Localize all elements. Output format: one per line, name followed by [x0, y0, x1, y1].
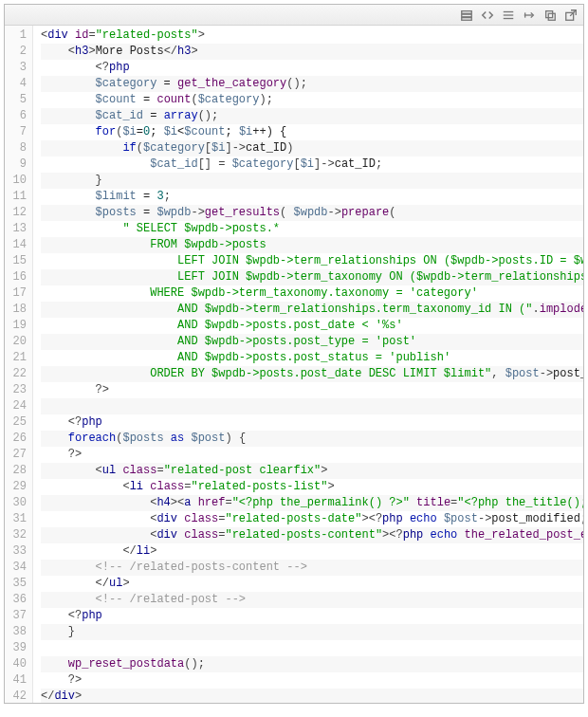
copy-icon[interactable]	[541, 7, 560, 24]
line-number: 18	[5, 302, 27, 318]
code-line[interactable]: <!-- /related-post -->	[41, 592, 583, 608]
code-line[interactable]: if($category[$i]->cat_ID)	[41, 140, 583, 156]
code-line[interactable]: </ul>	[41, 576, 583, 592]
code-line[interactable]: AND $wpdb->posts.post_type = 'post'	[41, 334, 583, 350]
editor-toolbar	[5, 5, 583, 26]
line-number: 12	[5, 205, 27, 221]
line-number: 5	[5, 92, 27, 108]
code-icon[interactable]	[478, 7, 497, 24]
line-number: 9	[5, 156, 27, 173]
code-line[interactable]: " SELECT $wpdb->posts.*	[41, 221, 583, 237]
line-number: 2	[5, 44, 27, 60]
code-line[interactable]: <h4><a href="<?php the_permalink() ?>" t…	[41, 495, 583, 511]
code-line[interactable]: }	[41, 173, 583, 189]
code-line[interactable]: }	[41, 624, 583, 640]
line-number: 29	[5, 479, 27, 495]
code-line[interactable]: foreach($posts as $post) {	[41, 431, 583, 447]
code-line[interactable]: <div id="related-posts">	[41, 28, 583, 44]
svg-rect-1	[462, 14, 472, 17]
code-line[interactable]: FROM $wpdb->posts	[41, 237, 583, 253]
line-number: 41	[5, 672, 27, 689]
code-line[interactable]: wp_reset_postdata();	[41, 656, 583, 672]
code-line[interactable]: AND $wpdb->posts.post_status = 'publish'	[41, 350, 583, 366]
code-line[interactable]	[41, 398, 583, 414]
code-line[interactable]: ORDER BY $wpdb->posts.post_date DESC LIM…	[41, 366, 583, 382]
line-number: 39	[5, 640, 27, 656]
line-number: 25	[5, 414, 27, 431]
code-line[interactable]: <div class="related-posts-content"><?php…	[41, 527, 583, 543]
line-number: 37	[5, 608, 27, 624]
code-editor: 1234567891011121314151617181920212223242…	[4, 4, 584, 704]
code-line[interactable]	[41, 640, 583, 656]
code-line[interactable]: for($i=0; $i<$count; $i++) {	[41, 124, 583, 140]
line-number: 3	[5, 60, 27, 76]
line-number: 1	[5, 28, 27, 44]
svg-rect-0	[462, 10, 472, 13]
line-number: 42	[5, 689, 27, 703]
line-number: 31	[5, 511, 27, 527]
code-line[interactable]: $limit = 3;	[41, 189, 583, 205]
code-line[interactable]: <div class="related-posts-date"><?php ec…	[41, 511, 583, 527]
code-line[interactable]: <?php	[41, 608, 583, 624]
line-number: 19	[5, 318, 27, 334]
code-line[interactable]: <ul class="related-post clearfix">	[41, 463, 583, 479]
code-line[interactable]: $cat_id = array();	[41, 108, 583, 124]
code-area[interactable]: 1234567891011121314151617181920212223242…	[5, 26, 583, 703]
code-line[interactable]: </div>	[41, 689, 583, 703]
code-line[interactable]: ?>	[41, 447, 583, 463]
line-number: 32	[5, 527, 27, 543]
line-number: 7	[5, 124, 27, 140]
code-line[interactable]: <?php	[41, 414, 583, 431]
code-line[interactable]: ?>	[41, 672, 583, 689]
line-number: 4	[5, 76, 27, 92]
line-number: 30	[5, 495, 27, 511]
line-number: 34	[5, 560, 27, 576]
line-number: 35	[5, 576, 27, 592]
code-line[interactable]: $posts = $wpdb->get_results( $wpdb->prep…	[41, 205, 583, 221]
line-number: 6	[5, 108, 27, 124]
line-number: 14	[5, 237, 27, 253]
code-content[interactable]: <div id="related-posts"> <h3>More Posts<…	[33, 26, 583, 703]
line-number: 8	[5, 140, 27, 156]
line-number: 40	[5, 656, 27, 672]
code-line[interactable]: <h3>More Posts</h3>	[41, 44, 583, 60]
code-line[interactable]: ?>	[41, 382, 583, 398]
line-number: 10	[5, 173, 27, 189]
line-number: 13	[5, 221, 27, 237]
code-line[interactable]: AND $wpdb->posts.post_date < '%s'	[41, 318, 583, 334]
code-line[interactable]: $cat_id[] = $category[$i]->cat_ID;	[41, 156, 583, 173]
code-line[interactable]: <li class="related-posts-list">	[41, 479, 583, 495]
code-line[interactable]: </li>	[41, 543, 583, 560]
code-line[interactable]: LEFT JOIN $wpdb->term_taxonomy ON ($wpdb…	[41, 269, 583, 285]
code-line[interactable]: <!-- /related-posts-content -->	[41, 560, 583, 576]
code-line[interactable]: WHERE $wpdb->term_taxonomy.taxonomy = 'c…	[41, 285, 583, 302]
line-number: 33	[5, 543, 27, 560]
svg-rect-8	[546, 10, 553, 17]
code-line[interactable]: LEFT JOIN $wpdb->term_relationships ON (…	[41, 253, 583, 269]
line-number: 20	[5, 334, 27, 350]
line-number-gutter: 1234567891011121314151617181920212223242…	[5, 26, 33, 703]
line-number: 36	[5, 592, 27, 608]
code-line[interactable]: AND $wpdb->term_relationships.term_taxon…	[41, 302, 583, 318]
code-line[interactable]: $category = get_the_category();	[41, 76, 583, 92]
line-number: 11	[5, 189, 27, 205]
svg-rect-2	[462, 17, 472, 20]
line-number: 27	[5, 447, 27, 463]
wrap-icon[interactable]	[520, 7, 539, 24]
code-line[interactable]: <?php	[41, 60, 583, 76]
line-number: 38	[5, 624, 27, 640]
line-number: 26	[5, 431, 27, 447]
line-number: 23	[5, 382, 27, 398]
line-number: 16	[5, 269, 27, 285]
line-number: 21	[5, 350, 27, 366]
line-number: 17	[5, 285, 27, 302]
svg-rect-9	[548, 13, 555, 20]
list-icon[interactable]	[499, 7, 518, 24]
line-number: 28	[5, 463, 27, 479]
line-number: 24	[5, 398, 27, 414]
code-line[interactable]: $count = count($category);	[41, 92, 583, 108]
line-number: 22	[5, 366, 27, 382]
line-number: 15	[5, 253, 27, 269]
popout-icon[interactable]	[561, 7, 580, 24]
view-source-icon[interactable]	[457, 7, 476, 24]
